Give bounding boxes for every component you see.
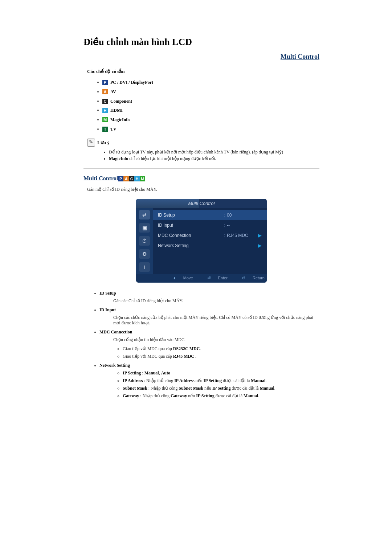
network-sub-item: Gateway : Nhập thủ công Gateway nếu IP S…: [123, 393, 319, 399]
osd-footer-return: Return: [253, 276, 265, 280]
network-sub-item: IP Address : Nhập thủ công IP Address nế…: [123, 378, 319, 383]
osd-row-label: ID Input: [158, 223, 222, 228]
enter-icon: ⏎: [207, 276, 211, 280]
osd-menu: Multi Control ⇄▣⏱⚙⫿ ID Setup:00ID Input:…: [136, 199, 267, 283]
spec-id-input: ID Input Chọn các chức năng của bộ phát …: [99, 307, 319, 326]
osd-row-label: ID Setup: [158, 213, 222, 218]
osd-row-label: Network Setting: [158, 243, 222, 248]
note-heading: Lưu ý: [97, 139, 110, 145]
mode-component-icon: C: [129, 176, 134, 181]
osd-side-icon[interactable]: ⫿: [139, 262, 150, 272]
mode-item: H HDMI: [102, 107, 319, 113]
mode-item: T TV: [102, 126, 319, 132]
osd-row[interactable]: ID Setup:00: [153, 210, 267, 220]
mode-label: AV: [110, 89, 116, 94]
osd-side-icon[interactable]: ⏱: [139, 236, 150, 246]
osd-title-text: Multi Control: [188, 201, 215, 206]
spec-id-setup: ID Setup Gán các Chỉ số ID riêng biệt ch…: [99, 291, 319, 304]
multi-control-heading[interactable]: Multi ControlPACHM: [83, 175, 319, 182]
note-item: MagicInfo chỉ có hiệu lực khi một hộp mạ…: [109, 155, 319, 162]
mode-av-icon: A: [123, 176, 129, 181]
osd-footer-move: Move: [183, 276, 193, 280]
section-divider: [83, 168, 319, 169]
mode-label: PC / DVI / DisplayPort: [110, 80, 153, 85]
chevron-right-icon: ▶: [258, 243, 263, 248]
mode-hdmi-icon: H: [134, 176, 140, 181]
page-title: Điều chỉnh màn hình LCD: [83, 36, 319, 48]
osd-title-bar: Multi Control: [136, 199, 267, 208]
osd-row-colon: :: [222, 233, 227, 238]
spec-mdc-connection: MDC Connection Chọn cổng nhận tín hiệu đ…: [99, 329, 319, 359]
return-icon: ↺: [242, 276, 245, 280]
spec-mdc-label: MDC Connection: [99, 329, 132, 335]
title-divider: [83, 50, 319, 50]
mode-item: C Component: [102, 98, 319, 104]
spec-id-setup-label: ID Setup: [99, 291, 116, 296]
mdc-sub-item: Giao tiếp với MDC qua cáp RS232C MDC.: [123, 346, 319, 352]
osd-row-label: MDC Connection: [158, 233, 222, 238]
spec-id-input-label: ID Input: [99, 307, 116, 312]
note-item: Để sử dụng loại TV này, phải kết nối một…: [109, 149, 319, 155]
spec-network-setting: Network Setting IP Setting : Manual, Aut…: [99, 363, 319, 399]
modes-heading: Các chế độ có sẵn: [87, 69, 319, 74]
osd-row-value: 00: [227, 213, 258, 218]
spec-id-input-desc: Chọn các chức năng của bộ phát cho một M…: [113, 315, 319, 326]
network-sub-item: IP Setting : Manual, Auto: [123, 370, 319, 376]
note-icon: ✎: [87, 139, 95, 147]
osd-row[interactable]: Network Setting▶: [153, 241, 267, 251]
mode-hdmi-icon: H: [102, 108, 108, 113]
multi-control-heading-text: Multi Control: [83, 175, 118, 181]
osd-row-colon: :: [222, 223, 227, 228]
multi-control-intro: Gán mộ Chỉ số ID riêng biệt cho MÁY.: [87, 187, 319, 192]
mode-item: P PC / DVI / DisplayPort: [102, 79, 319, 85]
mode-tv-icon: T: [102, 127, 108, 132]
network-sub-item: Subnet Mask : Nhập thủ công Subnet Mask …: [123, 386, 319, 391]
osd-footer-enter: Enter: [218, 276, 228, 280]
mode-item: A AV: [102, 89, 319, 95]
osd-row-value: --: [227, 223, 258, 228]
osd-row-colon: :: [222, 213, 227, 218]
osd-row[interactable]: MDC Connection:RJ45 MDC▶: [153, 230, 267, 241]
mode-magicinfo-icon: M: [140, 176, 145, 181]
spec-net-label: Network Setting: [99, 363, 130, 368]
mode-label: TV: [110, 127, 117, 132]
mode-label: HDMI: [110, 108, 123, 113]
move-icon: ♦: [173, 276, 176, 280]
mode-label: Component: [110, 98, 132, 103]
mode-component-icon: C: [102, 99, 108, 104]
mode-av-icon: A: [102, 89, 108, 94]
multi-control-link[interactable]: Multi Control: [83, 53, 319, 61]
spec-id-setup-desc: Gán các Chỉ số ID riêng biệt cho MÁY.: [113, 298, 319, 304]
mdc-sub-item: Giao tiếp với MDC qua cáp RJ45 MDC .: [123, 354, 319, 359]
osd-row[interactable]: ID Input:--: [153, 220, 267, 230]
osd-side-icon[interactable]: ▣: [139, 223, 150, 233]
osd-row-value: RJ45 MDC: [227, 233, 258, 238]
chevron-right-icon: ▶: [258, 233, 263, 238]
mode-pc-icon: P: [118, 176, 123, 181]
mode-item: M MagicInfo: [102, 117, 319, 123]
osd-footer: ♦Move ⏎Enter ↺Return: [136, 274, 267, 283]
mode-label: MagicInfo: [110, 117, 130, 122]
spec-mdc-desc: Chọn cổng nhận tín hiệu đầu vào MDC.: [113, 337, 319, 342]
mode-magicinfo-icon: M: [102, 117, 108, 122]
osd-side-icon[interactable]: ⚙: [139, 249, 150, 259]
osd-side-icon[interactable]: ⇄: [139, 210, 150, 219]
mode-pc-icon: P: [102, 80, 108, 85]
